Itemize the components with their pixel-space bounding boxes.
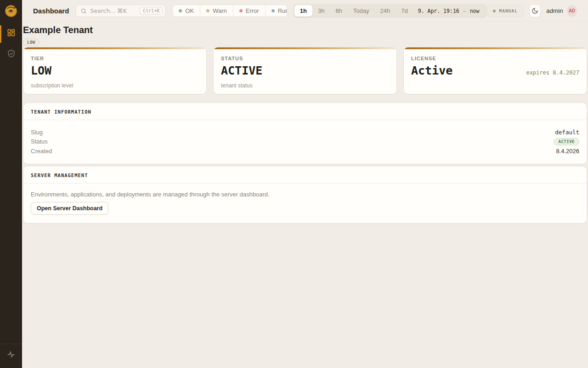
error-status-dot xyxy=(239,9,243,12)
status-card-value: ACTIVE xyxy=(221,64,262,77)
created-label: Created xyxy=(31,148,52,155)
page-content: Example Tenant LOW TIER LOW subscription… xyxy=(22,22,588,368)
status-badge: ACTIVE xyxy=(554,138,579,145)
main-column: Dashboard Ctrl+K OK Warn xyxy=(22,0,588,368)
app-root: Dashboard Ctrl+K OK Warn xyxy=(0,0,588,368)
time-range-3h[interactable]: 3h xyxy=(312,5,330,17)
open-server-dashboard-button[interactable]: Open Server Dashboard xyxy=(31,202,108,215)
sidebar xyxy=(0,0,22,368)
filter-running-button[interactable]: Running xyxy=(265,5,288,17)
server-management-panel: SERVER MANAGEMENT Environments, applicat… xyxy=(23,166,587,224)
running-status-dot xyxy=(271,9,275,12)
time-range-display: 9. Apr. 19:16 — now xyxy=(413,8,486,14)
tier-card-label: TIER xyxy=(31,56,199,61)
tenant-info-panel: TENANT INFORMATION Slug default Status A… xyxy=(23,103,587,164)
manual-refresh-button[interactable]: MANUAL xyxy=(487,5,523,17)
server-management-description: Environments, applications, and deployme… xyxy=(31,191,579,198)
sidebar-item-activity[interactable] xyxy=(0,347,22,363)
stat-cards: TIER LOW subscription level STATUS ACTIV… xyxy=(23,47,587,94)
user-avatar[interactable]: AD xyxy=(567,5,577,17)
search-box[interactable]: Ctrl+K xyxy=(75,5,166,17)
sidebar-item-dashboard[interactable] xyxy=(0,24,22,44)
status-card: STATUS ACTIVE tenant status xyxy=(213,47,397,94)
shield-check-icon xyxy=(7,49,16,60)
manual-label: MANUAL xyxy=(499,8,517,13)
time-range-7d[interactable]: 7d xyxy=(396,5,413,17)
time-range-today[interactable]: Today xyxy=(348,5,375,17)
sidebar-nav xyxy=(0,24,22,64)
filter-warn-button[interactable]: Warn xyxy=(200,5,233,17)
info-row-slug: Slug default xyxy=(31,127,579,137)
dark-mode-toggle[interactable] xyxy=(529,4,541,17)
nav-title: Dashboard xyxy=(33,7,69,15)
status-card-subtitle: tenant status xyxy=(221,82,389,89)
time-to: now xyxy=(470,8,480,14)
username: admin xyxy=(546,7,563,14)
search-shortcut-kbd: Ctrl+K xyxy=(140,7,163,15)
tenant-info-title: TENANT INFORMATION xyxy=(23,103,587,120)
app-logo[interactable] xyxy=(5,5,17,17)
logo-icon xyxy=(5,5,17,17)
slug-value: default xyxy=(555,129,579,136)
created-value: 8.4.2026 xyxy=(556,148,579,155)
slug-label: Slug xyxy=(31,129,43,136)
tier-card: TIER LOW subscription level xyxy=(23,47,207,94)
filter-ok-button[interactable]: OK xyxy=(173,5,200,17)
sidebar-item-security[interactable] xyxy=(0,44,22,64)
manual-status-dot xyxy=(493,10,496,12)
search-input[interactable] xyxy=(90,7,136,14)
page-title: Example Tenant xyxy=(23,24,587,36)
tier-badge: LOW xyxy=(23,39,40,46)
time-from: 9. Apr. 19:16 xyxy=(418,8,459,14)
time-range-group: 1h 3h 6h Today 24h 7d 9. Apr. 19:16 — no… xyxy=(293,4,487,18)
license-card-label: LICENSE xyxy=(411,56,579,61)
time-separator: — xyxy=(463,8,466,14)
active-indicator xyxy=(0,25,1,43)
status-card-label: STATUS xyxy=(221,56,389,61)
filter-error-button[interactable]: Error xyxy=(233,5,265,17)
info-row-created: Created 8.4.2026 xyxy=(31,146,579,155)
license-card: LICENSE Active expires 8.4.2027 xyxy=(403,47,587,94)
topbar: Dashboard Ctrl+K OK Warn xyxy=(22,0,588,22)
warn-status-dot xyxy=(206,9,209,12)
license-expiry-note: expires 8.4.2027 xyxy=(526,66,579,79)
filter-ok-label: OK xyxy=(185,7,194,14)
filter-running-label: Running xyxy=(278,7,288,14)
status-filter-group: OK Warn Error Running xyxy=(172,5,287,17)
filter-warn-label: Warn xyxy=(213,7,227,14)
time-range-6h[interactable]: 6h xyxy=(330,5,347,17)
time-range-24h[interactable]: 24h xyxy=(375,5,396,17)
search-icon xyxy=(80,8,87,14)
license-card-value: Active xyxy=(411,64,452,77)
info-row-status: Status ACTIVE xyxy=(31,137,579,146)
time-range-1h[interactable]: 1h xyxy=(294,5,312,17)
server-management-title: SERVER MANAGEMENT xyxy=(23,167,587,184)
sidebar-footer xyxy=(0,344,22,368)
tier-card-subtitle: subscription level xyxy=(31,82,199,89)
moon-icon xyxy=(531,7,538,14)
dashboard-grid-icon xyxy=(6,29,16,40)
filter-error-label: Error xyxy=(246,7,259,14)
status-label: Status xyxy=(31,138,48,145)
pulse-icon xyxy=(6,350,16,361)
ok-status-dot xyxy=(179,9,182,12)
tier-card-value: LOW xyxy=(31,64,51,77)
